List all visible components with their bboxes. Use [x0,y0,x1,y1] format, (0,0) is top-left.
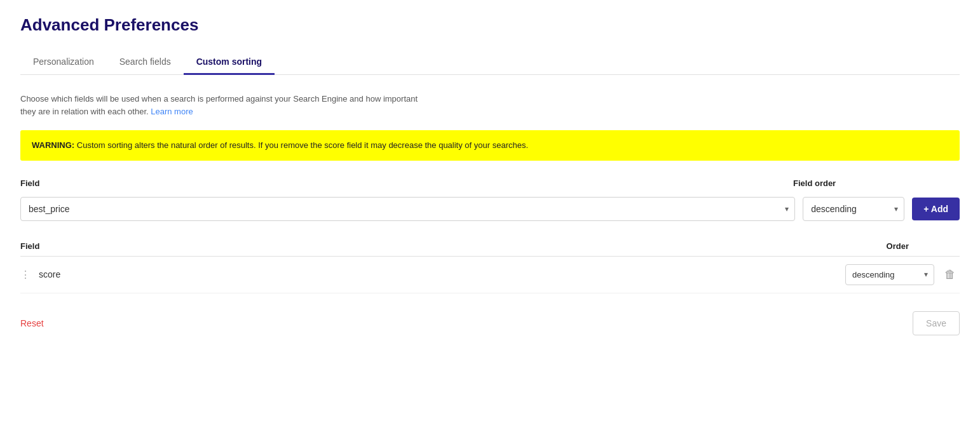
row-order-dropdown-group: descending ascending ▾ [845,264,934,285]
tab-personalization[interactable]: Personalization [20,50,107,75]
delete-row-button[interactable]: 🗑 [941,265,960,284]
field-selector-label: Field [20,178,786,188]
table-row: ⋮ score descending ascending ▾ 🗑 [20,257,960,293]
save-button: Save [913,311,960,335]
order-dropdown-group: descending ascending ▾ [803,197,904,221]
row-order-select[interactable]: descending ascending [845,264,934,285]
table-header: Field Order [20,236,960,257]
field-dropdown-group: best_price score price name date ▾ [20,197,795,221]
tab-search-fields[interactable]: Search fields [107,50,184,75]
selector-labels: Field Field order [20,178,960,192]
learn-more-link[interactable]: Learn more [151,107,193,116]
field-select[interactable]: best_price score price name date [20,197,795,221]
table-body: ⋮ score descending ascending ▾ 🗑 [20,257,960,293]
reset-button[interactable]: Reset [20,318,44,328]
footer-actions: Reset Save [20,293,960,335]
description-text: Choose which fields will be used when a … [20,93,427,117]
table-column-field: Field [20,241,39,251]
table-column-order: Order [887,241,909,251]
row-field-name: score [39,269,845,279]
drag-handle-icon[interactable]: ⋮ [20,269,31,281]
page-title: Advanced Preferences [20,15,960,35]
order-select[interactable]: descending ascending [803,197,904,221]
warning-banner: WARNING: Custom sorting alters the natur… [20,130,960,161]
tab-custom-sorting[interactable]: Custom sorting [184,50,275,75]
field-order-selector-label: Field order [793,178,895,188]
tabs-container: Personalization Search fields Custom sor… [20,50,960,75]
field-selector-row: best_price score price name date ▾ desce… [20,197,960,221]
row-controls: descending ascending ▾ 🗑 [845,264,960,285]
add-button[interactable]: + Add [912,198,960,220]
